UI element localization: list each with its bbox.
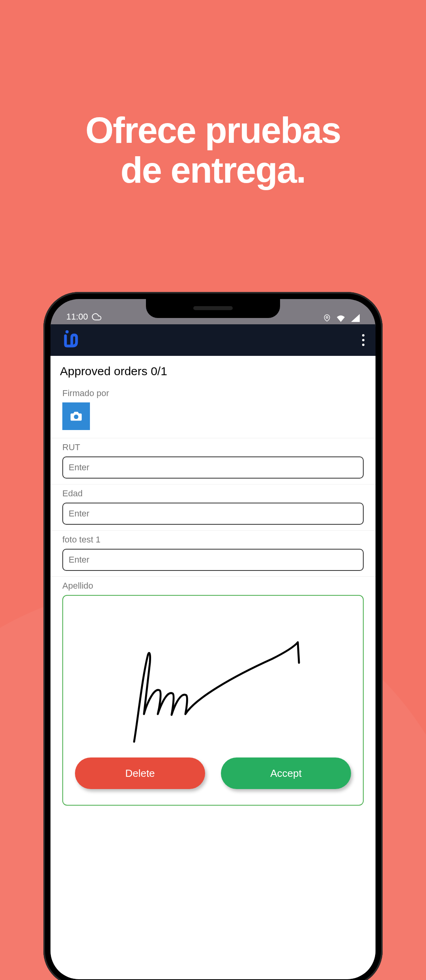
app-bar <box>50 324 376 356</box>
svg-point-1 <box>65 330 69 333</box>
status-right <box>323 314 360 322</box>
signature-canvas[interactable] <box>75 608 351 754</box>
edad-section: Edad <box>50 484 376 531</box>
cloud-icon <box>92 312 101 322</box>
firmado-por-label: Firmado por <box>62 388 364 398</box>
rut-label: RUT <box>62 442 364 453</box>
status-left: 11:00 <box>66 312 101 322</box>
signal-icon <box>351 314 360 322</box>
foto-test-label: foto test 1 <box>62 535 364 545</box>
status-time: 11:00 <box>66 312 88 322</box>
rut-input[interactable] <box>62 456 364 479</box>
accept-button[interactable]: Accept <box>221 757 351 789</box>
delete-button[interactable]: Delete <box>75 757 205 789</box>
foto-test-section: foto test 1 <box>50 531 376 577</box>
marketing-headline: Ofrece pruebas de entrega. <box>0 110 426 190</box>
foto-test-input[interactable] <box>62 549 364 571</box>
signature-box: Delete Accept <box>62 595 364 806</box>
camera-button[interactable] <box>62 402 90 430</box>
location-icon <box>323 314 331 322</box>
signature-buttons: Delete Accept <box>75 757 351 789</box>
more-menu-button[interactable] <box>362 334 364 346</box>
edad-input[interactable] <box>62 503 364 525</box>
camera-icon <box>69 410 83 423</box>
signature-drawing <box>75 608 351 754</box>
apellido-section: Apellido Delete Accept <box>50 577 376 806</box>
headline-line-1: Ofrece pruebas <box>0 110 426 150</box>
phone-notch <box>146 299 280 318</box>
phone-frame: 11:00 Approved orders 0/1 <box>43 292 383 980</box>
headline-line-2: de entrega. <box>0 150 426 190</box>
wifi-icon <box>336 314 346 322</box>
svg-point-2 <box>74 415 78 419</box>
svg-point-0 <box>326 316 328 318</box>
rut-section: RUT <box>50 438 376 484</box>
app-logo <box>62 329 80 352</box>
page-title: Approved orders 0/1 <box>50 356 376 384</box>
edad-label: Edad <box>62 488 364 499</box>
apellido-label: Apellido <box>62 581 364 591</box>
content-area: Approved orders 0/1 Firmado por RUT Edad… <box>50 356 376 979</box>
firmado-por-section: Firmado por <box>50 384 376 438</box>
phone-screen: 11:00 Approved orders 0/1 <box>50 299 376 979</box>
